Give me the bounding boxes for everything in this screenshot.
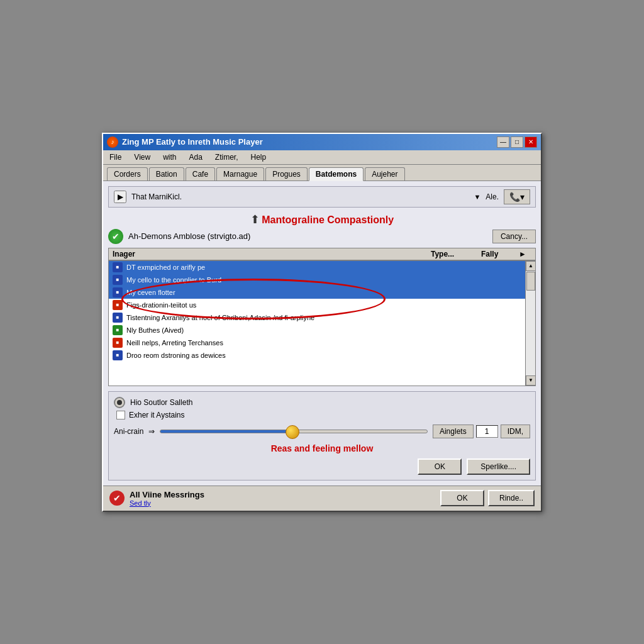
tabs-bar: Corders Bation Cafe Marnague Progues Bat… [103, 165, 541, 181]
slider-label: Ani-crain [114, 427, 143, 436]
bottom-panel: Hio Soutlor Salleth Exher it Aystains An… [108, 391, 536, 480]
track-label: Ale. [486, 192, 499, 201]
list-item-icon: ■ [113, 313, 123, 323]
sperlike-button[interactable]: Sperlike.... [467, 458, 530, 475]
check-icon: ✔ [108, 229, 123, 244]
scroll-thumb[interactable] [526, 272, 535, 291]
list-item-text: Neill nelps, Arreting Terchanses [126, 339, 521, 347]
ok-sperlike-row: OK Sperlike.... [114, 458, 530, 475]
list-items: ■DT exmpiched or arifly pe■My cello to t… [109, 261, 525, 386]
play-button[interactable]: ▶ [114, 191, 126, 203]
list-header-fally: Fally [481, 250, 519, 258]
tab-marnague[interactable]: Marnague [216, 167, 264, 180]
tab-corders[interactable]: Corders [107, 167, 148, 180]
footer-check-icon: ✔ [109, 491, 125, 506]
list-item[interactable]: ■My cello to the conplier to Burd [109, 274, 525, 286]
track-name: That MarniKicl. [131, 192, 469, 201]
list-item[interactable]: ■Tistentning Axranilys at noel of Chribo… [109, 311, 525, 324]
list-item[interactable]: ■Figs-drationin-teiitot us [109, 299, 525, 311]
app-icon: ♪ [107, 136, 118, 148]
section-title: Ah-Demons Amblose (strvigto.ad) [128, 231, 250, 241]
minimize-button[interactable]: — [497, 136, 509, 148]
close-button[interactable]: ✕ [525, 136, 537, 148]
list-item-icon: ■ [113, 325, 123, 335]
menu-with[interactable]: with [160, 152, 179, 163]
footer-title: All Viine Messrings [130, 490, 204, 499]
slider-track[interactable] [160, 430, 428, 433]
list-item-icon: ■ [113, 338, 123, 348]
list-item-icon: ■ [113, 275, 123, 285]
list-item-text: Tistentning Axranilys at noel of Chribon… [126, 314, 521, 321]
slider-thumb[interactable] [286, 425, 299, 439]
checkbox-row: Exher it Aystains [116, 411, 530, 419]
scroll-track [526, 271, 535, 375]
title-bar-left: ♪ Zing MP Eatly to Inreth Music Player [107, 136, 263, 148]
list-header-type[interactable]: Type... [431, 250, 481, 258]
list-header: Inager Type... Fally ► [108, 248, 536, 260]
annotation-area: ⬆ Mantograline Compastionly [108, 213, 536, 226]
footer-left: ✔ All Viine Messrings Sed tly [109, 490, 204, 507]
list-item[interactable]: ■My ceven flotter [109, 286, 525, 299]
list-header-arrow[interactable]: ► [519, 250, 531, 258]
footer-text-group: All Viine Messrings Sed tly [130, 490, 204, 507]
footer-sub-link[interactable]: Sed tly [130, 499, 204, 507]
ok-action-button[interactable]: OK [418, 458, 462, 475]
playback-bar: ▶ That MarniKicl. ▼ Ale. 📞▾ [108, 186, 536, 208]
list-item[interactable]: ■Neill nelps, Arreting Terchanses [109, 336, 525, 349]
tab-cafe[interactable]: Cafe [186, 167, 215, 180]
list-item-text: Nly Buthes (Aived) [126, 326, 521, 334]
list-item-icon: ■ [113, 350, 123, 360]
idm-button[interactable]: IDM, [501, 425, 530, 438]
slider-controls: Ainglets IDM, [433, 425, 530, 438]
menu-ztimer[interactable]: Ztimer, [213, 152, 241, 163]
slider-value-input[interactable] [476, 425, 498, 438]
exher-checkbox[interactable] [116, 411, 125, 419]
tab-progues[interactable]: Progues [265, 167, 308, 180]
list-item-text: Droo reom dstroning as dewices [126, 352, 521, 359]
scrollbar[interactable]: ▲ ▼ [525, 261, 535, 386]
list-item[interactable]: ■DT exmpiched or arifly pe [109, 261, 525, 274]
cancy-button[interactable]: Cancy... [492, 230, 536, 243]
maximize-button[interactable]: □ [511, 136, 523, 148]
bottom-annotation: Reas and feeling mellow [114, 443, 530, 453]
footer-right: OK Rinde.. [440, 490, 535, 506]
list-item[interactable]: ■Droo reom dstroning as dewices [109, 349, 525, 362]
title-bar: ♪ Zing MP Eatly to Inreth Music Player —… [103, 134, 541, 150]
menu-view[interactable]: View [131, 152, 153, 163]
window-title: Zing MP Eatly to Inreth Music Player [122, 137, 263, 147]
tab-aujeher[interactable]: Aujeher [365, 167, 404, 180]
annotation-text: Mantograline Compastionly [262, 214, 394, 225]
up-arrow-icon: ⬆ [250, 213, 260, 226]
section-header: ✔ Ah-Demons Amblose (strvigto.ad) Cancy.… [108, 229, 536, 244]
tab-bation[interactable]: Bation [149, 167, 184, 180]
main-content: ▶ That MarniKicl. ▼ Ale. 📞▾ ⬆ Mantograli… [103, 181, 541, 486]
menu-ada[interactable]: Ada [186, 152, 204, 163]
hio-row: Hio Soutlor Salleth [114, 397, 530, 408]
scroll-down-button[interactable]: ▼ [526, 375, 536, 386]
tab-batdemons[interactable]: Batdemons [309, 167, 364, 181]
list-header-inager: Inager [113, 250, 431, 258]
list-item[interactable]: ■Nly Buthes (Aived) [109, 324, 525, 336]
footer-rinde-button[interactable]: Rinde.. [488, 490, 535, 506]
list-item-text: Figs-drationin-teiitot us [126, 301, 521, 309]
ainglets-button[interactable]: Ainglets [433, 425, 474, 438]
list-item-text: My ceven flotter [126, 289, 521, 296]
footer-bar: ✔ All Viine Messrings Sed tly OK Rinde.. [103, 486, 541, 511]
checkbox-label: Exher it Aystains [129, 411, 185, 419]
slider-arrow-icon: ⇒ [148, 427, 155, 436]
list-item-text: DT exmpiched or arifly pe [126, 264, 521, 271]
list-container: ■DT exmpiched or arifly pe■My cello to t… [108, 260, 536, 386]
main-window: ♪ Zing MP Eatly to Inreth Music Player —… [102, 133, 542, 512]
list-item-icon: ■ [113, 300, 123, 310]
scroll-up-button[interactable]: ▲ [526, 261, 536, 271]
radio-button[interactable] [114, 397, 125, 408]
phone-button[interactable]: 📞▾ [504, 189, 530, 204]
menu-bar: File View with Ada Ztimer, Help [103, 150, 541, 165]
menu-file[interactable]: File [107, 152, 124, 163]
footer-ok-button[interactable]: OK [440, 490, 484, 506]
slider-row: Ani-crain ⇒ Ainglets IDM, [114, 425, 530, 438]
hio-label: Hio Soutlor Salleth [130, 398, 192, 407]
menu-help[interactable]: Help [248, 152, 269, 163]
track-dropdown[interactable]: ▼ [474, 193, 480, 201]
list-item-icon: ■ [113, 262, 123, 272]
